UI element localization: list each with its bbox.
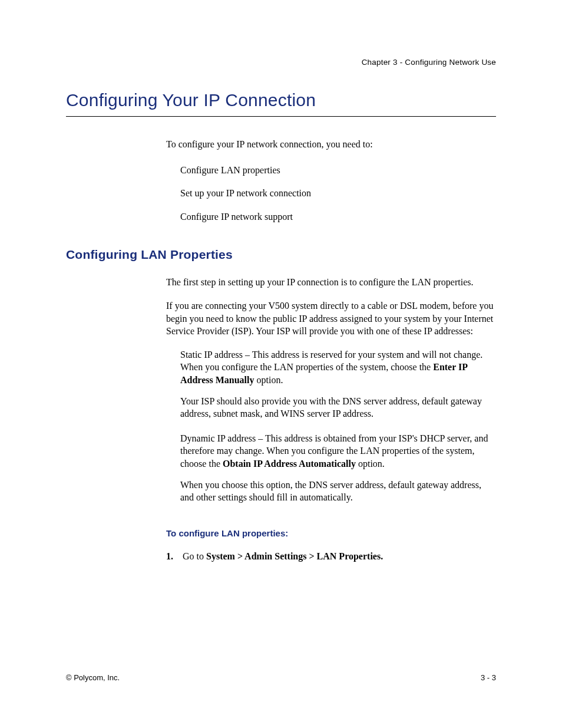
option-name: Obtain IP Address Automatically xyxy=(223,459,356,469)
text: Go to xyxy=(183,551,206,561)
intro-list: Configure LAN properties Set up your IP … xyxy=(180,164,496,223)
step-number: 1. xyxy=(166,550,183,563)
chapter-header: Chapter 3 - Configuring Network Use xyxy=(66,58,496,67)
static-ip-note: Your ISP should also provide you with th… xyxy=(180,395,496,420)
intro-list-item: Set up your IP network connection xyxy=(180,187,496,200)
document-page: Chapter 3 - Configuring Network Use Conf… xyxy=(0,0,562,728)
section-title: Configuring LAN Properties xyxy=(66,248,496,262)
dynamic-ip-note: When you choose this option, the DNS ser… xyxy=(180,479,496,504)
static-ip-para: Static IP address – This address is rese… xyxy=(180,348,496,387)
step-text: Go to System > Admin Settings > LAN Prop… xyxy=(183,550,383,563)
procedure-title: To configure LAN properties: xyxy=(166,528,496,539)
dynamic-ip-para: Dynamic IP address – This address is obt… xyxy=(180,432,496,470)
procedure-step: 1. Go to System > Admin Settings > LAN P… xyxy=(166,550,496,563)
section-body: The first step in setting up your IP con… xyxy=(166,276,496,562)
page-footer: © Polycom, Inc. 3 - 3 xyxy=(66,673,496,682)
body-content: To configure your IP network connection,… xyxy=(166,138,496,223)
page-number: 3 - 3 xyxy=(481,673,496,682)
address-types-block: Static IP address – This address is rese… xyxy=(180,348,496,504)
intro-list-item: Configure IP network support xyxy=(180,210,496,223)
copyright-text: © Polycom, Inc. xyxy=(66,673,120,682)
intro-list-item: Configure LAN properties xyxy=(180,164,496,177)
paragraph: The first step in setting up your IP con… xyxy=(166,276,496,289)
text: option. xyxy=(356,459,385,469)
menu-path: System > Admin Settings > LAN Properties… xyxy=(206,551,383,561)
intro-text: To configure your IP network connection,… xyxy=(166,138,496,151)
paragraph: If you are connecting your V500 system d… xyxy=(166,299,496,338)
page-title: Configuring Your IP Connection xyxy=(66,90,496,117)
text: option. xyxy=(254,375,283,385)
